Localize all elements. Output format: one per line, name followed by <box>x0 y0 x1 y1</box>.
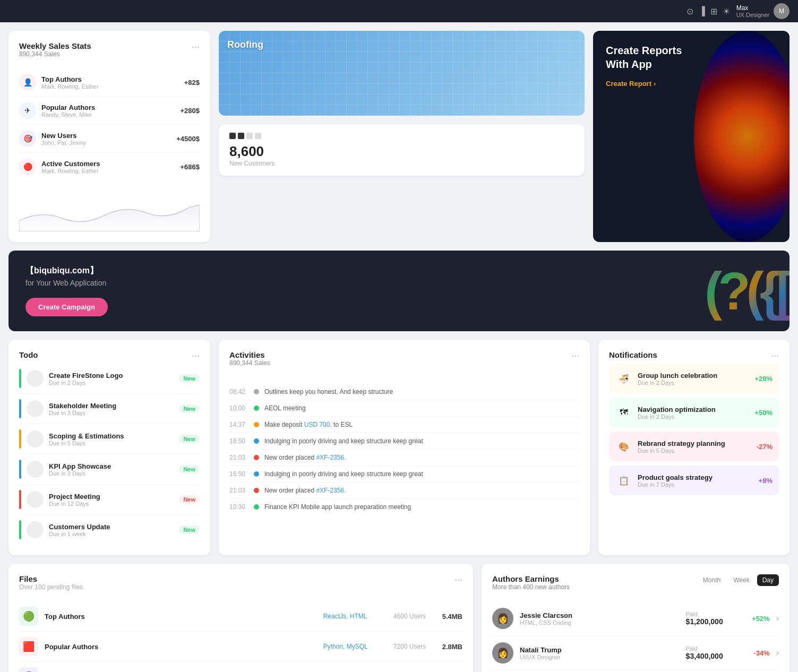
weekly-sales-subtitle: 890,344 Sales <box>19 50 91 58</box>
file-name: Popular Authors <box>45 643 317 651</box>
author-avatar: 👩 <box>492 642 513 664</box>
authors-subtitle: More than 400 new authors <box>492 583 570 591</box>
tab-day[interactable]: Day <box>757 574 779 586</box>
stat-users: John, Pat, Jimmy <box>41 140 171 146</box>
activity-link[interactable]: #XF-2356. <box>316 487 346 494</box>
roofing-label: Roofing <box>227 39 263 50</box>
activity-time: 16:50 <box>229 437 248 445</box>
author-paid: Paid $1,200,000 <box>686 611 723 626</box>
activities-menu[interactable]: ··· <box>571 350 579 361</box>
author-role: UI/UX Designer <box>520 654 680 660</box>
new-customers-number: 8,600 <box>229 143 574 160</box>
grid-icon[interactable]: ⊞ <box>710 6 717 16</box>
notif-name: Group lunch celebration <box>638 372 749 380</box>
todo-avatar <box>27 400 44 417</box>
notifications-menu[interactable]: ··· <box>771 350 779 361</box>
nav-icons: ⊙ ▐ ⊞ ☀ <box>687 6 730 16</box>
todo-due: Due in 2 Days <box>49 470 174 477</box>
todo-info: Customers Update Due in 1 week <box>49 523 174 537</box>
todo-badge: New <box>179 374 200 383</box>
user-name: Max <box>736 4 769 12</box>
create-report-link[interactable]: Create Report › <box>606 80 777 88</box>
notif-info: Rebrand strategy planning Due in 5 Days <box>638 440 751 454</box>
notif-info: Navigation optimization Due in 2 Days <box>638 406 749 420</box>
notif-icon: 📋 <box>615 472 632 489</box>
activity-link[interactable]: #XF-2356. <box>316 454 346 461</box>
files-subtitle: Over 100 pending files <box>19 583 83 591</box>
todo-badge: New <box>179 435 200 443</box>
todo-task-name: Customers Update <box>49 523 174 531</box>
sq-dark2 <box>238 133 244 139</box>
files-card: Files Over 100 pending files ··· 🟢 Top A… <box>8 564 473 672</box>
paid-label: Paid <box>686 611 723 617</box>
notif-value: -27% <box>757 443 773 451</box>
stat-value: +82$ <box>184 79 200 87</box>
chart-icon[interactable]: ▐ <box>699 6 705 16</box>
campaign-title: 【biqubiqu.com】 <box>25 265 108 277</box>
notification-items: 🍜 Group lunch celebration Due in 2 Days … <box>609 364 779 495</box>
todo-items: Create FireStone Logo Due in 2 Days New … <box>19 364 200 545</box>
activity-time: 14:37 <box>229 421 248 428</box>
notification-item: 🍜 Group lunch celebration Due in 2 Days … <box>609 364 779 393</box>
todo-item: Create FireStone Logo Due in 2 Days New <box>19 364 200 394</box>
activity-link[interactable]: USD 700. <box>304 421 332 428</box>
activity-item: 08:42 Outlines keep you honest. And keep… <box>229 384 579 400</box>
notif-value: +28% <box>754 375 773 383</box>
files-menu[interactable]: ··· <box>454 574 462 585</box>
tab-month[interactable]: Month <box>698 574 726 586</box>
todo-avatar <box>27 521 44 538</box>
stat-info: Active Customers Mark, Rowling, Esther <box>41 160 175 174</box>
todo-due: Due in 5 Days <box>49 440 174 446</box>
stat-icon: ✈ <box>19 102 36 119</box>
chevron-right-icon[interactable]: › <box>776 648 779 658</box>
activity-text: New order placed #XF-2356. <box>264 454 579 461</box>
weekly-sales-title: Weekly Sales Stats <box>19 41 91 50</box>
activities-header: Activities 890,344 Sales ··· <box>229 350 579 375</box>
todo-bar <box>19 429 21 449</box>
stat-info: Top Authors Mark, Rowling, Esther <box>41 75 179 90</box>
nc-squares <box>229 133 574 139</box>
chevron-right-icon[interactable]: › <box>776 614 779 623</box>
activity-item: 21:03 New order placed #XF-2356. <box>229 450 579 466</box>
row-3: Todo ··· Create FireStone Logo Due in 2 … <box>8 340 790 555</box>
activity-item: 10:30 Finance KPI Mobile app launch prep… <box>229 499 579 515</box>
activity-text: Indulging in poorly driving and keep str… <box>264 437 579 445</box>
todo-badge: New <box>179 404 200 413</box>
tab-week[interactable]: Week <box>728 574 754 586</box>
top-navigation: ⊙ ▐ ⊞ ☀ Max UX Designer M <box>0 0 798 22</box>
files-section: Files Over 100 pending files ··· 🟢 Top A… <box>8 564 790 672</box>
todo-item: Project Meeting Due in 12 Days New <box>19 485 200 515</box>
files-header: Files Over 100 pending files ··· <box>19 574 462 599</box>
todo-item: Stakeholder Meeting Due in 3 Days New <box>19 394 200 424</box>
campaign-content: 【biqubiqu.com】 for Your Web Application … <box>25 265 108 316</box>
author-item: 👩 Jessie Clarcson HTML, CSS Coding Paid … <box>492 601 779 636</box>
deco-swirls: (?({[ <box>705 261 790 322</box>
file-tech: ReactJs, HTML <box>323 613 387 620</box>
author-avatar: 👩 <box>492 608 513 629</box>
search-icon[interactable]: ⊙ <box>687 6 693 16</box>
todo-title: Todo <box>19 350 38 359</box>
activity-item: 14:37 Make deposit USD 700. to ESL <box>229 417 579 433</box>
new-customers-label: New Customers <box>229 160 574 167</box>
weekly-sales-card: Weekly Sales Stats 890,344 Sales ··· 👤 T… <box>8 31 210 242</box>
todo-bar <box>19 520 21 539</box>
todo-menu[interactable]: ··· <box>192 350 200 361</box>
authors-title: Authors Earnings <box>492 574 570 583</box>
activity-time: 08:42 <box>229 388 248 395</box>
file-tech: Python, MySQL <box>323 643 387 650</box>
avatar[interactable]: M <box>774 3 790 19</box>
activity-time: 10:30 <box>229 503 248 511</box>
notif-value: +50% <box>754 409 773 417</box>
notifications-card: Notifications ··· 🍜 Group lunch celebrat… <box>598 340 790 555</box>
notif-name: Product goals strategy <box>638 473 753 481</box>
activity-dot <box>254 455 259 460</box>
create-campaign-button[interactable]: Create Campaign <box>25 298 108 316</box>
todo-due: Due in 12 Days <box>49 501 174 507</box>
activity-text: Indulging in poorly driving and keep str… <box>264 470 579 478</box>
weekly-sales-menu[interactable]: ··· <box>192 41 200 53</box>
notification-item: 🎨 Rebrand strategy planning Due in 5 Day… <box>609 432 779 461</box>
theme-icon[interactable]: ☀ <box>723 6 730 16</box>
file-icon: 🟢 <box>19 607 38 626</box>
activity-dot <box>254 406 259 411</box>
file-users: 7200 Users <box>393 643 436 650</box>
